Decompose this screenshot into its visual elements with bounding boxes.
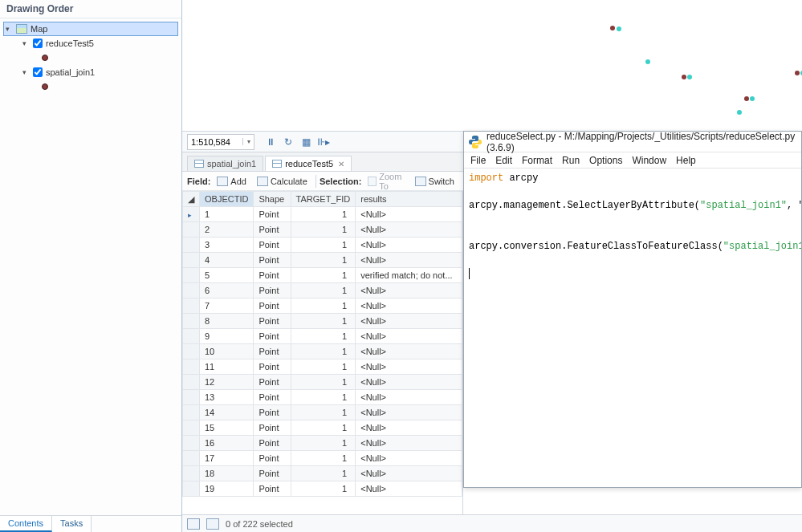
collapse-icon[interactable]: ▾ bbox=[6, 26, 13, 33]
cell-shape[interactable]: Point bbox=[254, 420, 291, 436]
cell-target-fid[interactable]: 1 bbox=[291, 253, 356, 268]
attr-tab-spatial_join1[interactable]: spatial_join1 bbox=[187, 156, 263, 171]
cell-results[interactable]: <Null> bbox=[356, 222, 462, 238]
table-row[interactable]: 4Point1<Null> bbox=[183, 253, 462, 268]
cell-objectid[interactable]: 19 bbox=[200, 481, 254, 497]
table-row[interactable]: 8Point1<Null> bbox=[183, 314, 462, 329]
cell-results[interactable]: <Null> bbox=[356, 329, 462, 344]
table-row[interactable]: 13Point1<Null> bbox=[183, 390, 462, 405]
attribute-table[interactable]: ◢ OBJECTID Shape TARGET_FID results 1Poi… bbox=[182, 191, 463, 514]
row-header[interactable] bbox=[183, 451, 200, 466]
snapping-icon[interactable]: ⊪▸ bbox=[316, 134, 332, 150]
cell-objectid[interactable]: 3 bbox=[200, 238, 254, 253]
cell-results[interactable]: <Null> bbox=[356, 451, 462, 466]
menu-file[interactable]: File bbox=[470, 155, 486, 166]
collapse-icon[interactable]: ▾ bbox=[22, 69, 30, 76]
table-row[interactable]: 10Point1<Null> bbox=[183, 344, 462, 359]
cell-shape[interactable]: Point bbox=[254, 283, 291, 298]
cell-target-fid[interactable]: 1 bbox=[291, 390, 356, 405]
col-shape[interactable]: Shape bbox=[254, 192, 291, 207]
cell-objectid[interactable]: 17 bbox=[200, 451, 254, 466]
col-results[interactable]: results bbox=[356, 192, 462, 207]
cell-results[interactable]: <Null> bbox=[356, 359, 462, 375]
map-point[interactable] bbox=[617, 26, 621, 31]
cell-objectid[interactable]: 14 bbox=[200, 405, 254, 420]
cell-objectid[interactable]: 11 bbox=[200, 359, 254, 375]
cell-target-fid[interactable]: 1 bbox=[291, 375, 356, 390]
cell-results[interactable]: <Null> bbox=[356, 436, 462, 451]
table-row[interactable]: 5Point1verified match; do not... bbox=[183, 268, 462, 283]
row-header[interactable] bbox=[183, 481, 200, 497]
layer-symbol-row[interactable] bbox=[21, 79, 178, 94]
cell-results[interactable]: <Null> bbox=[356, 390, 462, 405]
collapse-icon[interactable]: ▾ bbox=[22, 40, 30, 47]
table-row[interactable]: 2Point1<Null> bbox=[183, 222, 462, 238]
map-point[interactable] bbox=[682, 75, 686, 79]
row-header[interactable] bbox=[183, 390, 200, 405]
chevron-down-icon[interactable]: ▾ bbox=[242, 138, 254, 145]
table-row[interactable]: 19Point1<Null> bbox=[183, 481, 462, 497]
cell-shape[interactable]: Point bbox=[254, 207, 291, 222]
cell-target-fid[interactable]: 1 bbox=[291, 207, 356, 222]
refresh-icon[interactable]: ↻ bbox=[280, 134, 296, 150]
cell-objectid[interactable]: 13 bbox=[200, 390, 254, 405]
table-row[interactable]: 1Point1<Null> bbox=[183, 207, 462, 222]
cell-shape[interactable]: Point bbox=[254, 451, 291, 466]
row-header[interactable] bbox=[183, 207, 200, 222]
table-row[interactable]: 16Point1<Null> bbox=[183, 436, 462, 451]
map-point[interactable] bbox=[795, 71, 800, 75]
cell-shape[interactable]: Point bbox=[254, 390, 291, 405]
row-header[interactable] bbox=[183, 375, 200, 390]
col-objectid[interactable]: OBJECTID bbox=[200, 192, 254, 207]
attr-tab-reduceTest5[interactable]: reduceTest5 ✕ bbox=[265, 156, 352, 171]
cell-target-fid[interactable]: 1 bbox=[291, 268, 356, 283]
layer-spatial_join1[interactable]: ▾ spatial_join1 bbox=[21, 65, 178, 79]
cell-objectid[interactable]: 6 bbox=[200, 283, 254, 298]
row-header[interactable] bbox=[183, 253, 200, 268]
scale-input[interactable] bbox=[188, 135, 242, 149]
menu-format[interactable]: Format bbox=[522, 155, 552, 166]
calculate-button[interactable]: Calculate bbox=[253, 174, 311, 189]
row-header[interactable] bbox=[183, 420, 200, 436]
close-icon[interactable]: ✕ bbox=[338, 160, 344, 169]
cell-objectid[interactable]: 16 bbox=[200, 436, 254, 451]
cell-shape[interactable]: Point bbox=[254, 375, 291, 390]
cell-shape[interactable]: Point bbox=[254, 298, 291, 314]
row-header[interactable] bbox=[183, 405, 200, 420]
cell-target-fid[interactable]: 1 bbox=[291, 222, 356, 238]
cell-results[interactable]: <Null> bbox=[356, 481, 462, 497]
table-row[interactable]: 3Point1<Null> bbox=[183, 238, 462, 253]
zoom-to-button[interactable]: Zoom To bbox=[364, 169, 408, 193]
map-point[interactable] bbox=[744, 96, 749, 101]
idle-window[interactable]: reduceSelect.py - M:/Mapping/Projects/_U… bbox=[463, 131, 802, 488]
row-header[interactable] bbox=[183, 268, 200, 283]
cell-target-fid[interactable]: 1 bbox=[291, 298, 356, 314]
table-row[interactable]: 12Point1<Null> bbox=[183, 375, 462, 390]
cell-target-fid[interactable]: 1 bbox=[291, 344, 356, 359]
cell-results[interactable]: <Null> bbox=[356, 375, 462, 390]
cell-objectid[interactable]: 8 bbox=[200, 314, 254, 329]
cell-target-fid[interactable]: 1 bbox=[291, 451, 356, 466]
cell-results[interactable]: <Null> bbox=[356, 207, 462, 222]
menu-run[interactable]: Run bbox=[562, 155, 580, 166]
cell-target-fid[interactable]: 1 bbox=[291, 359, 356, 375]
row-header[interactable] bbox=[183, 329, 200, 344]
table-row[interactable]: 6Point1<Null> bbox=[183, 283, 462, 298]
table-row[interactable]: 17Point1<Null> bbox=[183, 451, 462, 466]
show-all-icon[interactable] bbox=[206, 518, 219, 530]
cell-results[interactable]: verified match; do not... bbox=[356, 268, 462, 283]
col-target-fid[interactable]: TARGET_FID bbox=[291, 192, 356, 207]
menu-window[interactable]: Window bbox=[632, 155, 666, 166]
cell-shape[interactable]: Point bbox=[254, 466, 291, 481]
cell-shape[interactable]: Point bbox=[254, 238, 291, 253]
cell-shape[interactable]: Point bbox=[254, 222, 291, 238]
table-row[interactable]: 15Point1<Null> bbox=[183, 420, 462, 436]
cell-objectid[interactable]: 1 bbox=[200, 207, 254, 222]
map-point[interactable] bbox=[610, 26, 615, 30]
table-row[interactable]: 9Point1<Null> bbox=[183, 329, 462, 344]
table-row[interactable]: 11Point1<Null> bbox=[183, 359, 462, 375]
row-header[interactable] bbox=[183, 314, 200, 329]
cell-shape[interactable]: Point bbox=[254, 344, 291, 359]
row-header[interactable] bbox=[183, 298, 200, 314]
cell-objectid[interactable]: 18 bbox=[200, 466, 254, 481]
